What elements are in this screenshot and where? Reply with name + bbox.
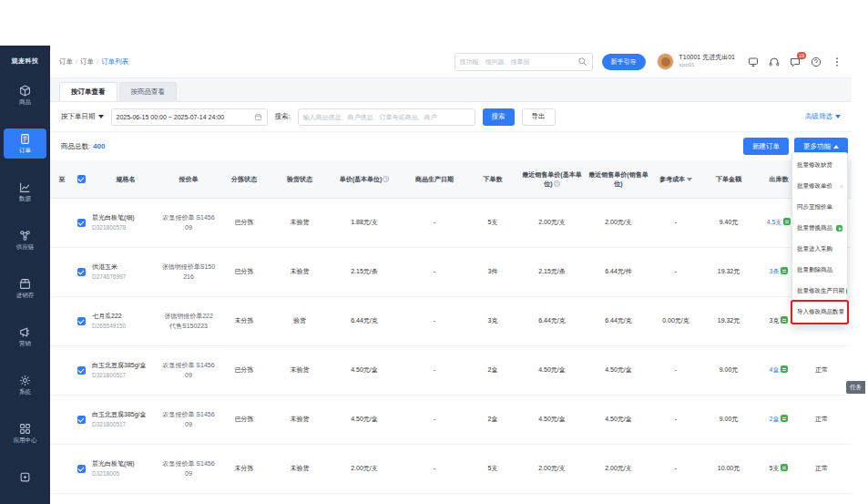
message-icon[interactable]: 19	[790, 57, 801, 67]
sidebar-item-label: 商品	[19, 98, 31, 107]
outbound-record-icon[interactable]	[781, 267, 788, 274]
sidebar-item-misc[interactable]	[4, 467, 46, 487]
spec-name-cell[interactable]: 供港玉米D274676997	[91, 260, 160, 284]
row-checkbox[interactable]	[77, 317, 86, 325]
more-menu-item-5[interactable]: 批量进入采购	[792, 239, 847, 260]
column-header-select[interactable]	[71, 173, 91, 185]
outbound-record-icon[interactable]	[781, 365, 788, 373]
column-header-config[interactable]: 至	[53, 173, 71, 185]
prod-date-cell: -	[401, 363, 468, 377]
sidebar-item-supply[interactable]: 供应链	[4, 225, 46, 255]
user-info[interactable]: T10001 先进先出01 xjxc01	[679, 54, 735, 68]
check-status-cell: 验货	[271, 314, 328, 328]
workbench-icon[interactable]	[748, 57, 759, 67]
video-tutorial-icon[interactable]	[836, 225, 842, 231]
out-qty-value[interactable]: 2盒	[770, 416, 780, 422]
sidebar: 观麦科技 商品订单数据供应链进销存营销系统应用中心	[0, 46, 50, 504]
outbound-record-icon[interactable]	[781, 415, 788, 422]
spec-name-cell[interactable]: 白玉北豆腐385g/盒D321800517	[91, 407, 160, 432]
sidebar-item-marketing[interactable]: 营销	[4, 322, 46, 352]
row-checkbox[interactable]	[77, 465, 86, 473]
amount-cell: 9.00元	[701, 363, 756, 377]
more-icon[interactable]	[832, 57, 842, 67]
row-checkbox[interactable]	[77, 416, 86, 424]
out-qty-value[interactable]: 3条	[770, 268, 780, 274]
ref-cost-cell: -	[650, 363, 701, 377]
sidebar-item-goods[interactable]: 商品	[4, 80, 46, 110]
row-checkbox[interactable]	[77, 366, 86, 375]
global-search-input[interactable]	[460, 58, 574, 65]
sort-status-cell: 已分拣	[217, 264, 271, 279]
date-range-input[interactable]: 2025-06-15 00:00 ~ 2025-07-14 24:00	[111, 108, 268, 126]
row-expand-cell	[53, 221, 71, 226]
sidebar-item-system[interactable]: 系统	[4, 370, 46, 400]
spec-name-cell[interactable]: 白玉北豆腐385g/盒D321800517	[91, 358, 160, 383]
check-status-cell: 未验货	[271, 363, 328, 377]
new-order-button[interactable]: 新建订单	[743, 138, 789, 155]
select-all-checkbox[interactable]	[77, 175, 86, 183]
total-count-label: 商品总数:	[61, 142, 90, 151]
filter-bar: 按下单日期 2025-06-15 00:00 ~ 2025-07-14 24:0…	[50, 102, 852, 131]
spec-name-cell[interactable]: 七月瓜222D265549150	[91, 309, 160, 334]
more-menu-item-6[interactable]: 批量删除商品	[792, 260, 847, 281]
sort-caret-icon[interactable]	[687, 178, 692, 181]
search-button[interactable]: 搜索	[483, 108, 515, 126]
help-icon[interactable]	[811, 57, 822, 67]
row-checkbox[interactable]	[77, 219, 86, 227]
breadcrumb-item-1[interactable]: 订单	[59, 57, 73, 67]
video-tutorial-icon[interactable]	[846, 288, 847, 294]
advanced-filter-link[interactable]: 高级筛选	[805, 112, 841, 121]
more-menu-item-3[interactable]: 同步至报价单	[792, 197, 847, 218]
global-search-box[interactable]	[454, 53, 593, 71]
sidebar-item-inventory[interactable]: 进销存	[4, 273, 46, 303]
sidebar-item-label: 数据	[19, 195, 31, 203]
unit-price-cell: 2.00元/支	[328, 461, 401, 476]
ref-cost-cell: -	[650, 215, 701, 230]
logo: 观麦科技	[0, 51, 50, 71]
tab-by-product[interactable]: 按商品查看	[119, 82, 178, 101]
order-qty-cell: 2盒	[468, 363, 517, 377]
amount-cell: 19.32元	[701, 314, 756, 328]
column-header-ref_cost[interactable]: 参考成本	[650, 173, 701, 185]
search-label: 搜索:	[275, 112, 291, 121]
column-header-check_status: 验货状态	[271, 173, 328, 185]
sidebar-item-apps[interactable]: 应用中心	[4, 418, 46, 448]
recent-base-price-cell: 2.15元/条	[517, 264, 587, 279]
ref-cost-cell: -	[650, 461, 701, 476]
headset-icon[interactable]	[769, 57, 780, 67]
row-select-cell	[71, 364, 91, 377]
avatar[interactable]	[657, 53, 674, 70]
out-qty-value[interactable]: 4盒	[770, 366, 780, 373]
row-expand-cell	[53, 368, 71, 374]
guide-button[interactable]: 新手引导	[602, 54, 646, 70]
tab-by-order[interactable]: 按订单查看	[59, 82, 117, 101]
sidebar-item-orders[interactable]: 订单	[4, 129, 46, 159]
more-menu-item-1[interactable]: 批量修改缺货	[792, 155, 847, 176]
outbound-record-icon[interactable]	[781, 464, 788, 471]
column-header-quote: 报价单	[160, 173, 217, 185]
export-button[interactable]: 导出	[522, 108, 556, 126]
out-qty-value[interactable]: 4.5支	[767, 219, 782, 225]
more-menu-item-7[interactable]: 批量修改生产日期	[792, 281, 847, 302]
sort-status-cell: 未分拣	[217, 461, 271, 476]
spec-name: 晨光白板笔(细)	[92, 213, 159, 222]
more-menu-item-2[interactable]: 批量修改单价›	[792, 176, 847, 197]
outbound-record-icon[interactable]	[783, 218, 791, 225]
spec-name-cell[interactable]: 晨光白板笔(细)D321800578	[91, 211, 160, 235]
inventory-icon	[19, 278, 31, 290]
unit-price-cell: 2.15元/条	[328, 264, 401, 279]
filter-search-input[interactable]	[298, 108, 475, 126]
sidebar-item-data[interactable]: 数据	[4, 177, 46, 207]
out-qty-cell: 4盒	[756, 363, 802, 377]
chevron-down-icon	[835, 115, 841, 118]
breadcrumb-item-2[interactable]: 订单	[80, 57, 94, 67]
row-checkbox[interactable]	[77, 268, 86, 276]
outbound-record-icon[interactable]	[781, 316, 788, 324]
row-status-cell: 正常	[802, 461, 842, 476]
task-floating-tab[interactable]: 任务	[846, 381, 865, 394]
search-icon[interactable]	[577, 57, 587, 67]
date-type-dropdown[interactable]: 按下单日期	[61, 112, 104, 121]
more-menu-item-8[interactable]: 导入修改商品数量	[792, 302, 847, 323]
more-menu-item-4[interactable]: 批量替换商品	[792, 218, 847, 239]
spec-name-cell[interactable]: 晨光白板笔(细)D3218005	[91, 457, 160, 481]
